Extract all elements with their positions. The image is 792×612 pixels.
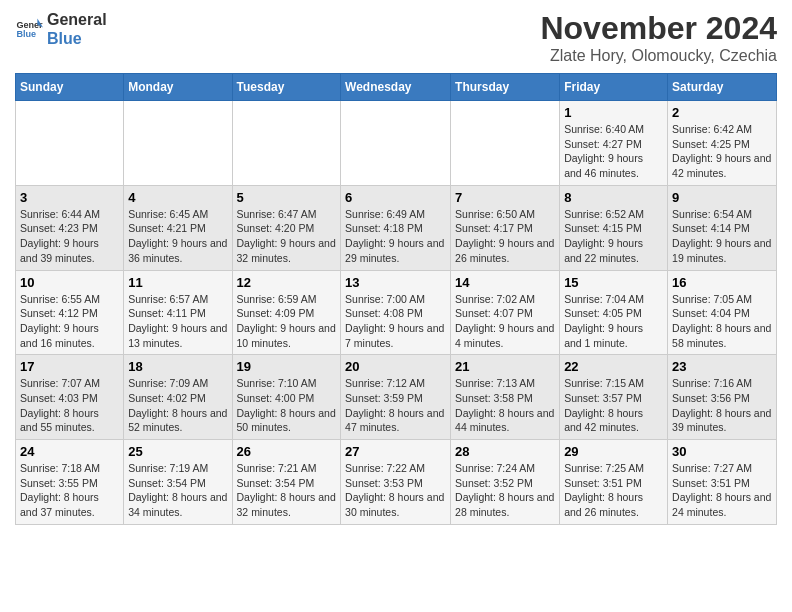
calendar-cell	[451, 101, 560, 186]
weekday-header: Sunday	[16, 74, 124, 101]
day-number: 11	[128, 275, 227, 290]
day-number: 9	[672, 190, 772, 205]
day-number: 17	[20, 359, 119, 374]
day-number: 1	[564, 105, 663, 120]
page-subtitle: Zlate Hory, Olomoucky, Czechia	[540, 47, 777, 65]
calendar-cell: 23Sunrise: 7:16 AMSunset: 3:56 PMDayligh…	[668, 355, 777, 440]
calendar-cell: 3Sunrise: 6:44 AMSunset: 4:23 PMDaylight…	[16, 185, 124, 270]
day-number: 2	[672, 105, 772, 120]
calendar-week-row: 3Sunrise: 6:44 AMSunset: 4:23 PMDaylight…	[16, 185, 777, 270]
logo-line2: Blue	[47, 29, 107, 48]
day-number: 29	[564, 444, 663, 459]
day-number: 25	[128, 444, 227, 459]
header: General Blue General Blue November 2024 …	[15, 10, 777, 65]
calendar-cell: 8Sunrise: 6:52 AMSunset: 4:15 PMDaylight…	[560, 185, 668, 270]
day-info: Sunrise: 7:12 AMSunset: 3:59 PMDaylight:…	[345, 376, 446, 435]
day-number: 12	[237, 275, 337, 290]
calendar-cell: 15Sunrise: 7:04 AMSunset: 4:05 PMDayligh…	[560, 270, 668, 355]
day-info: Sunrise: 7:18 AMSunset: 3:55 PMDaylight:…	[20, 461, 119, 520]
header-row: SundayMondayTuesdayWednesdayThursdayFrid…	[16, 74, 777, 101]
weekday-header: Thursday	[451, 74, 560, 101]
day-info: Sunrise: 6:44 AMSunset: 4:23 PMDaylight:…	[20, 207, 119, 266]
day-number: 27	[345, 444, 446, 459]
calendar-cell: 29Sunrise: 7:25 AMSunset: 3:51 PMDayligh…	[560, 440, 668, 525]
day-number: 6	[345, 190, 446, 205]
weekday-header: Saturday	[668, 74, 777, 101]
day-info: Sunrise: 7:27 AMSunset: 3:51 PMDaylight:…	[672, 461, 772, 520]
day-info: Sunrise: 7:22 AMSunset: 3:53 PMDaylight:…	[345, 461, 446, 520]
logo-line1: General	[47, 10, 107, 29]
calendar-week-row: 1Sunrise: 6:40 AMSunset: 4:27 PMDaylight…	[16, 101, 777, 186]
day-info: Sunrise: 7:02 AMSunset: 4:07 PMDaylight:…	[455, 292, 555, 351]
calendar-week-row: 10Sunrise: 6:55 AMSunset: 4:12 PMDayligh…	[16, 270, 777, 355]
day-number: 15	[564, 275, 663, 290]
calendar-cell	[16, 101, 124, 186]
day-info: Sunrise: 7:04 AMSunset: 4:05 PMDaylight:…	[564, 292, 663, 351]
day-info: Sunrise: 6:45 AMSunset: 4:21 PMDaylight:…	[128, 207, 227, 266]
calendar-table: SundayMondayTuesdayWednesdayThursdayFrid…	[15, 73, 777, 525]
day-number: 22	[564, 359, 663, 374]
day-info: Sunrise: 7:19 AMSunset: 3:54 PMDaylight:…	[128, 461, 227, 520]
day-number: 21	[455, 359, 555, 374]
weekday-header: Friday	[560, 74, 668, 101]
day-info: Sunrise: 6:52 AMSunset: 4:15 PMDaylight:…	[564, 207, 663, 266]
day-info: Sunrise: 6:47 AMSunset: 4:20 PMDaylight:…	[237, 207, 337, 266]
calendar-cell	[232, 101, 341, 186]
day-number: 7	[455, 190, 555, 205]
calendar-cell: 27Sunrise: 7:22 AMSunset: 3:53 PMDayligh…	[341, 440, 451, 525]
logo-icon: General Blue	[15, 15, 43, 43]
day-info: Sunrise: 6:59 AMSunset: 4:09 PMDaylight:…	[237, 292, 337, 351]
calendar-cell: 26Sunrise: 7:21 AMSunset: 3:54 PMDayligh…	[232, 440, 341, 525]
calendar-week-row: 24Sunrise: 7:18 AMSunset: 3:55 PMDayligh…	[16, 440, 777, 525]
day-info: Sunrise: 7:00 AMSunset: 4:08 PMDaylight:…	[345, 292, 446, 351]
day-info: Sunrise: 7:21 AMSunset: 3:54 PMDaylight:…	[237, 461, 337, 520]
day-info: Sunrise: 7:10 AMSunset: 4:00 PMDaylight:…	[237, 376, 337, 435]
day-info: Sunrise: 7:13 AMSunset: 3:58 PMDaylight:…	[455, 376, 555, 435]
calendar-cell: 7Sunrise: 6:50 AMSunset: 4:17 PMDaylight…	[451, 185, 560, 270]
day-info: Sunrise: 6:49 AMSunset: 4:18 PMDaylight:…	[345, 207, 446, 266]
calendar-cell: 1Sunrise: 6:40 AMSunset: 4:27 PMDaylight…	[560, 101, 668, 186]
day-info: Sunrise: 6:55 AMSunset: 4:12 PMDaylight:…	[20, 292, 119, 351]
svg-text:Blue: Blue	[16, 30, 36, 40]
calendar-cell: 19Sunrise: 7:10 AMSunset: 4:00 PMDayligh…	[232, 355, 341, 440]
calendar-cell: 14Sunrise: 7:02 AMSunset: 4:07 PMDayligh…	[451, 270, 560, 355]
day-number: 20	[345, 359, 446, 374]
calendar-cell: 13Sunrise: 7:00 AMSunset: 4:08 PMDayligh…	[341, 270, 451, 355]
logo: General Blue General Blue	[15, 10, 107, 48]
calendar-week-row: 17Sunrise: 7:07 AMSunset: 4:03 PMDayligh…	[16, 355, 777, 440]
page-title: November 2024	[540, 10, 777, 47]
day-info: Sunrise: 7:05 AMSunset: 4:04 PMDaylight:…	[672, 292, 772, 351]
day-info: Sunrise: 7:15 AMSunset: 3:57 PMDaylight:…	[564, 376, 663, 435]
day-info: Sunrise: 7:24 AMSunset: 3:52 PMDaylight:…	[455, 461, 555, 520]
calendar-cell: 10Sunrise: 6:55 AMSunset: 4:12 PMDayligh…	[16, 270, 124, 355]
day-number: 8	[564, 190, 663, 205]
day-info: Sunrise: 6:40 AMSunset: 4:27 PMDaylight:…	[564, 122, 663, 181]
calendar-cell: 25Sunrise: 7:19 AMSunset: 3:54 PMDayligh…	[124, 440, 232, 525]
day-info: Sunrise: 7:25 AMSunset: 3:51 PMDaylight:…	[564, 461, 663, 520]
calendar-cell: 6Sunrise: 6:49 AMSunset: 4:18 PMDaylight…	[341, 185, 451, 270]
calendar-cell: 24Sunrise: 7:18 AMSunset: 3:55 PMDayligh…	[16, 440, 124, 525]
day-info: Sunrise: 6:50 AMSunset: 4:17 PMDaylight:…	[455, 207, 555, 266]
calendar-cell: 5Sunrise: 6:47 AMSunset: 4:20 PMDaylight…	[232, 185, 341, 270]
calendar-cell: 18Sunrise: 7:09 AMSunset: 4:02 PMDayligh…	[124, 355, 232, 440]
weekday-header: Wednesday	[341, 74, 451, 101]
day-info: Sunrise: 6:57 AMSunset: 4:11 PMDaylight:…	[128, 292, 227, 351]
calendar-cell: 28Sunrise: 7:24 AMSunset: 3:52 PMDayligh…	[451, 440, 560, 525]
day-number: 3	[20, 190, 119, 205]
day-number: 5	[237, 190, 337, 205]
title-section: November 2024 Zlate Hory, Olomoucky, Cze…	[540, 10, 777, 65]
day-number: 14	[455, 275, 555, 290]
day-number: 4	[128, 190, 227, 205]
day-number: 26	[237, 444, 337, 459]
calendar-cell: 20Sunrise: 7:12 AMSunset: 3:59 PMDayligh…	[341, 355, 451, 440]
day-number: 24	[20, 444, 119, 459]
day-info: Sunrise: 6:42 AMSunset: 4:25 PMDaylight:…	[672, 122, 772, 181]
day-number: 28	[455, 444, 555, 459]
day-info: Sunrise: 6:54 AMSunset: 4:14 PMDaylight:…	[672, 207, 772, 266]
calendar-cell: 2Sunrise: 6:42 AMSunset: 4:25 PMDaylight…	[668, 101, 777, 186]
calendar-cell: 11Sunrise: 6:57 AMSunset: 4:11 PMDayligh…	[124, 270, 232, 355]
calendar-cell: 16Sunrise: 7:05 AMSunset: 4:04 PMDayligh…	[668, 270, 777, 355]
calendar-cell: 21Sunrise: 7:13 AMSunset: 3:58 PMDayligh…	[451, 355, 560, 440]
weekday-header: Tuesday	[232, 74, 341, 101]
calendar-cell: 12Sunrise: 6:59 AMSunset: 4:09 PMDayligh…	[232, 270, 341, 355]
